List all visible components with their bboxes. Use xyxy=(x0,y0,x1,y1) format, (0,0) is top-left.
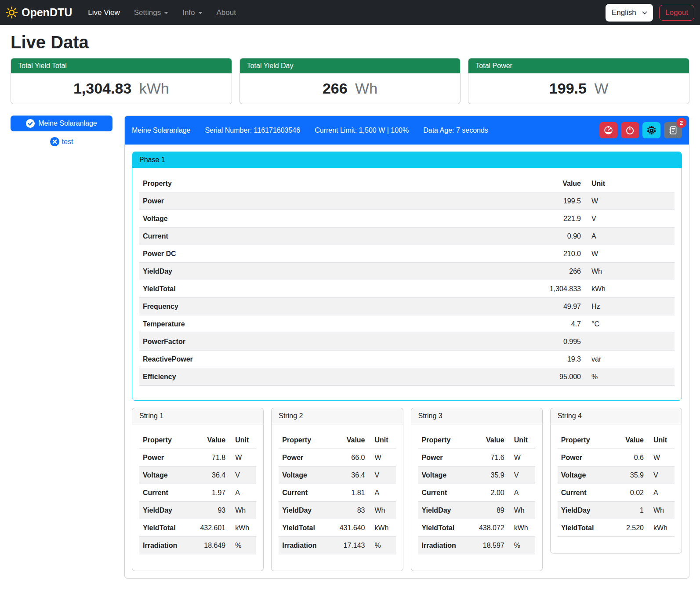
table-row: Voltage36.4V xyxy=(139,467,256,484)
speedometer-icon xyxy=(604,126,613,135)
string-title: String 3 xyxy=(411,408,542,424)
language-select[interactable]: English xyxy=(606,4,653,22)
logout-button[interactable]: Logout xyxy=(659,5,694,21)
table-row: YieldTotal1,304.833kWh xyxy=(139,280,675,298)
caret-down-icon xyxy=(198,12,203,14)
journal-text-icon xyxy=(668,126,678,135)
table-row: Power66.0W xyxy=(279,449,395,467)
inverter-data-age: Data Age: 7 seconds xyxy=(423,127,488,134)
string-table-1: Property Value Unit Power71.8WVoltage36.… xyxy=(139,431,256,554)
card-title: Total Yield Day xyxy=(240,58,461,73)
table-row: Voltage35.9V xyxy=(418,467,535,484)
caret-down-icon xyxy=(164,12,168,14)
power-button[interactable] xyxy=(621,122,639,138)
table-row: Frequency49.97Hz xyxy=(139,298,675,315)
string-card-3: String 3 Property Value Unit xyxy=(411,408,543,571)
inverter-sidebar: Meine Solaranlage test xyxy=(11,116,112,146)
table-row: YieldDay89Wh xyxy=(418,502,535,519)
check-circle-icon xyxy=(26,119,35,128)
column-header-unit: Unit xyxy=(229,431,256,449)
string-table-3: Property Value Unit Power71.6WVoltage35.… xyxy=(418,431,535,554)
table-row: YieldTotal2.520kWh xyxy=(558,519,675,537)
table-row: Efficiency95.000% xyxy=(139,368,675,386)
limit-settings-button[interactable] xyxy=(599,122,617,138)
table-row: YieldTotal432.601kWh xyxy=(139,519,256,537)
total-yield-day-card: Total Yield Day 266 Wh xyxy=(239,58,461,104)
page-title: Live Data xyxy=(11,33,689,52)
phase-panel: Phase 1 Property Value Unit Power199.5WV… xyxy=(132,152,682,401)
table-row: Current1.81A xyxy=(279,484,395,502)
column-header-property: Property xyxy=(418,431,468,449)
total-power-value: 199.5 xyxy=(549,80,587,97)
string-card-4: String 4 Property Value Unit xyxy=(550,408,682,554)
table-row: YieldDay93Wh xyxy=(139,502,256,519)
column-header-value: Value xyxy=(607,431,647,449)
nav-item-info[interactable]: Info xyxy=(175,5,209,21)
table-row: Current2.00A xyxy=(418,484,535,502)
column-header-value: Value xyxy=(189,431,229,449)
table-row: Voltage36.4V xyxy=(279,467,395,484)
inverter-card: Meine Solaranlage Serial Number: 1161716… xyxy=(124,116,689,579)
column-header-property: Property xyxy=(558,431,607,449)
nav-item-about[interactable]: About xyxy=(210,5,243,21)
strings-row: String 1 Property Value Unit xyxy=(132,408,682,571)
nav-item-settings[interactable]: Settings xyxy=(127,5,175,21)
total-power-card: Total Power 199.5 W xyxy=(468,58,689,104)
total-yield-total-value: 1,304.83 xyxy=(73,80,131,97)
summary-row: Total Yield Total 1,304.83 kWh Total Yie… xyxy=(11,58,689,104)
column-header-property: Property xyxy=(279,431,328,449)
table-row: ReactivePower19.3var xyxy=(139,351,675,368)
total-power-unit: W xyxy=(594,80,608,97)
table-row: YieldTotal438.072kWh xyxy=(418,519,535,537)
table-row: Power199.5W xyxy=(139,192,675,210)
event-log-button[interactable]: 2 xyxy=(664,122,682,138)
table-row: Voltage35.9V xyxy=(558,467,675,484)
inverter-selected-label: Meine Solaranlage xyxy=(38,119,97,127)
device-info-button[interactable] xyxy=(642,122,660,138)
table-row: Power71.8W xyxy=(139,449,256,467)
card-title: Total Yield Total xyxy=(11,58,232,73)
table-row: Power DC210.0W xyxy=(139,245,675,263)
string-table-2: Property Value Unit Power66.0WVoltage36.… xyxy=(279,431,395,554)
column-header-unit: Unit xyxy=(647,431,675,449)
column-header-unit: Unit xyxy=(508,431,535,449)
string-card-1: String 1 Property Value Unit xyxy=(132,408,264,571)
table-row: Irradiation18.649% xyxy=(139,537,256,554)
table-row: Irradiation17.143% xyxy=(279,537,395,554)
table-row: YieldDay266Wh xyxy=(139,263,675,280)
brand[interactable]: OpenDTU xyxy=(6,6,72,19)
table-row: Power0.6W xyxy=(558,449,675,467)
column-header-unit: Unit xyxy=(584,175,675,192)
string-card-2: String 2 Property Value Unit xyxy=(271,408,403,571)
total-yield-day-unit: Wh xyxy=(355,80,377,97)
event-count-badge: 2 xyxy=(676,118,686,128)
total-yield-total-card: Total Yield Total 1,304.83 kWh xyxy=(11,58,232,104)
inverter-selected-button[interactable]: Meine Solaranlage xyxy=(11,116,112,131)
inverter-header: Meine Solaranlage Serial Number: 1161716… xyxy=(125,116,689,145)
nav-item-live-view[interactable]: Live View xyxy=(81,5,127,21)
chevron-down-icon xyxy=(642,10,648,16)
table-row: Current0.90A xyxy=(139,228,675,245)
table-row: Power71.6W xyxy=(418,449,535,467)
sun-icon xyxy=(6,7,18,18)
card-title: Total Power xyxy=(468,58,689,73)
string-title: String 2 xyxy=(272,408,403,424)
language-value: English xyxy=(612,8,636,17)
inverter-toolbar: 2 xyxy=(599,122,682,138)
table-row: Irradiation18.597% xyxy=(418,537,535,554)
navbar: OpenDTU Live View Settings Info About En… xyxy=(0,0,700,25)
table-row: Voltage221.9V xyxy=(139,210,675,228)
table-row: YieldTotal431.640kWh xyxy=(279,519,395,537)
table-row: YieldDay83Wh xyxy=(279,502,395,519)
string-title: String 4 xyxy=(551,408,682,424)
phase-title: Phase 1 xyxy=(132,152,682,168)
table-row: Current1.97A xyxy=(139,484,256,502)
cpu-icon xyxy=(647,126,656,135)
string-table-4: Property Value Unit Power0.6WVoltage35.9… xyxy=(558,431,675,537)
column-header-property: Property xyxy=(139,431,189,449)
navbar-right: English Logout xyxy=(606,4,694,22)
brand-label: OpenDTU xyxy=(22,6,72,19)
column-header-value: Value xyxy=(527,175,584,192)
table-row: Current0.02A xyxy=(558,484,675,502)
inverter-item-test[interactable]: test xyxy=(11,137,112,146)
